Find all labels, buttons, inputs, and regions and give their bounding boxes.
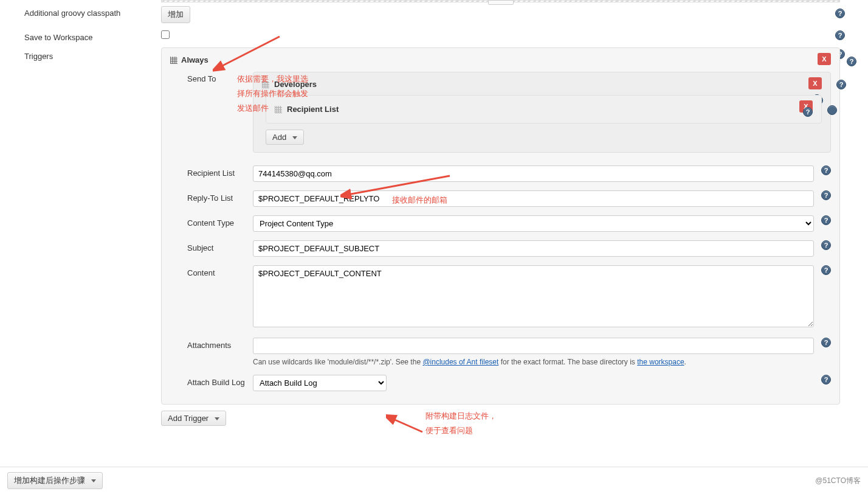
help-icon[interactable]: ? <box>847 57 856 66</box>
attachments-hint: Can use wildcards like 'module/dist/**/*… <box>253 358 814 366</box>
help-icon[interactable]: ? <box>821 240 831 250</box>
attachments-label: Attachments <box>187 338 253 350</box>
bottom-bar: 增加构建后操作步骤 @51CTO博客 <box>0 467 868 494</box>
watermark: @51CTO博客 <box>815 476 861 486</box>
grip-icon[interactable] <box>262 81 269 88</box>
trigger-always-title: Always <box>181 55 208 64</box>
help-icon[interactable]: ? <box>836 80 846 89</box>
help-icon[interactable]: ? <box>821 338 831 347</box>
attach-build-log-select[interactable]: Attach Build Log <box>253 375 387 391</box>
add-recipient-button[interactable]: Add <box>266 130 304 145</box>
help-icon[interactable]: ? <box>821 165 831 175</box>
recipient-list-title: Recipient List <box>287 105 339 114</box>
content-type-label: Content Type <box>187 215 253 228</box>
add-trigger-button[interactable]: Add Trigger <box>161 411 226 426</box>
add-postbuild-label: 增加构建后操作步骤 <box>14 476 85 485</box>
remove-developers-button[interactable]: X <box>808 77 822 89</box>
attachments-input[interactable] <box>253 338 814 354</box>
workspace-link[interactable]: the workspace <box>637 358 684 366</box>
help-icon[interactable]: ? <box>821 190 831 200</box>
help-icon[interactable]: ? <box>821 215 831 225</box>
content-textarea[interactable]: $PROJECT_DEFAULT_CONTENT <box>253 265 814 327</box>
content-type-select[interactable]: Project Content Type <box>253 215 814 232</box>
add-groovy-button[interactable]: 增加 <box>161 6 190 23</box>
additional-groovy-label: Additional groovy classpath <box>24 6 161 18</box>
add-trigger-label: Add Trigger <box>168 414 208 423</box>
caret-icon <box>292 136 297 139</box>
grip-icon[interactable] <box>170 57 177 64</box>
caret-icon <box>215 417 219 420</box>
save-to-workspace-label: Save to Workspace <box>24 30 161 42</box>
recipient-list-input[interactable] <box>253 165 814 182</box>
help-icon[interactable]: ? <box>821 375 831 384</box>
developers-panel: X ? Developers ? X ? ? <box>253 72 831 153</box>
add-button-label: Add <box>272 133 286 142</box>
subject-label: Subject <box>187 240 253 252</box>
help-icon[interactable] <box>827 105 837 115</box>
triggers-label: Triggers <box>24 49 161 61</box>
trigger-panel: X ? Always Send To X ? Developers ? <box>161 47 840 405</box>
send-to-label: Send To <box>187 72 253 83</box>
reply-to-input[interactable] <box>253 190 814 207</box>
recipient-list-label: Recipient List <box>187 165 253 178</box>
developers-title: Developers <box>274 80 317 89</box>
recipient-list-panel: X ? ? Recipient List <box>266 95 822 124</box>
add-postbuild-button[interactable]: 增加构建后操作步骤 <box>7 472 103 489</box>
help-icon[interactable]: ? <box>835 9 845 18</box>
subject-input[interactable] <box>253 240 814 257</box>
grip-icon[interactable] <box>275 106 282 113</box>
content-label: Content <box>187 265 253 277</box>
attach-build-log-label: Attach Build Log <box>187 375 253 387</box>
save-to-workspace-checkbox[interactable] <box>161 30 170 39</box>
help-icon[interactable]: ? <box>803 107 813 117</box>
ant-fileset-link[interactable]: @includes of Ant fileset <box>422 358 498 366</box>
help-icon[interactable]: ? <box>835 30 845 40</box>
reply-to-label: Reply-To List <box>187 190 253 203</box>
help-icon[interactable]: ? <box>821 265 831 275</box>
caret-icon <box>91 479 96 482</box>
